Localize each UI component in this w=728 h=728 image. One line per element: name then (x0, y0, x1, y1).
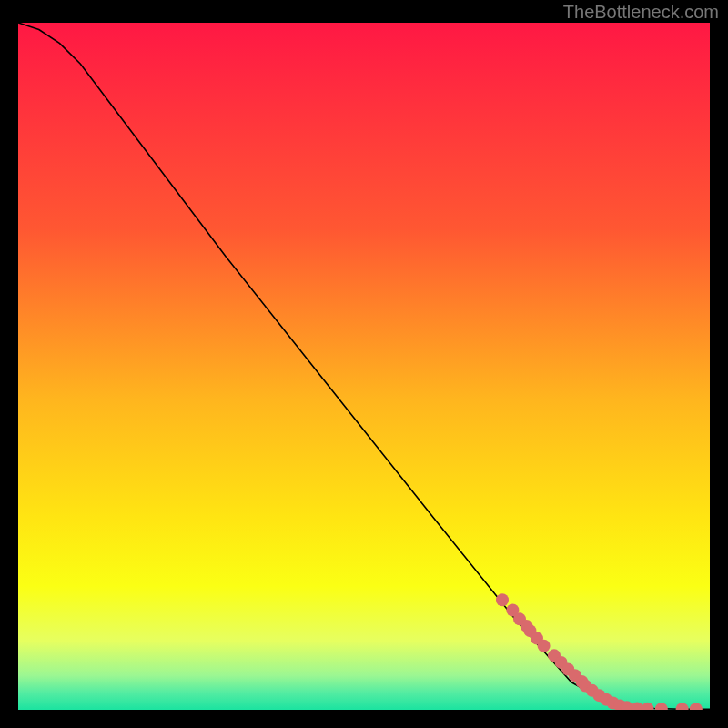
chart-container: TheBottleneck.com (0, 0, 728, 728)
chart-svg (18, 23, 710, 710)
chart-background (18, 23, 710, 710)
watermark-text: TheBottleneck.com (563, 2, 719, 23)
data-marker (538, 640, 551, 652)
data-marker (496, 593, 509, 606)
plot-area (18, 23, 710, 710)
